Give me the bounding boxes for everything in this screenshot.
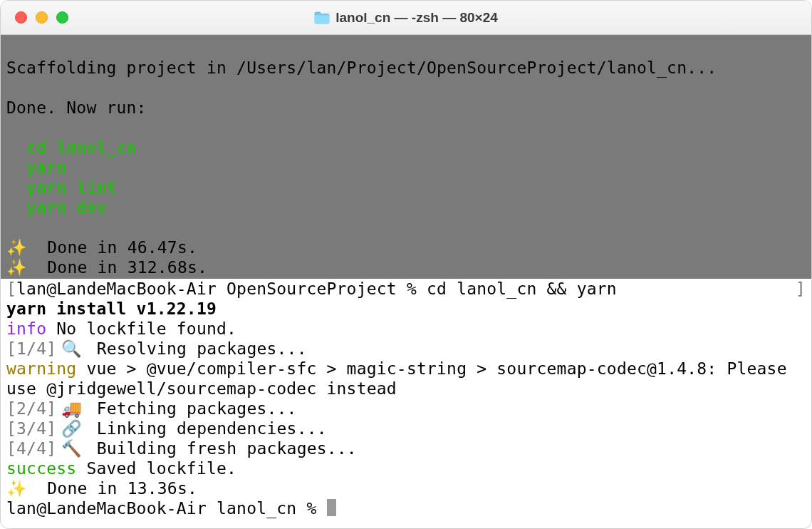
close-button[interactable] — [15, 11, 27, 24]
done-line: ✨ Done in 13.36s. — [6, 478, 806, 498]
yarn-version: yarn install v1.22.19 — [6, 299, 806, 319]
truck-icon: 🚚 — [56, 399, 86, 418]
suggested-command: cd lanol_cn — [6, 138, 806, 158]
output-line: Done. Now run: — [6, 98, 806, 118]
suggested-command: yarn lint — [6, 178, 806, 197]
suggested-command: yarn dev — [6, 197, 806, 217]
link-icon: 🔗 — [56, 419, 86, 438]
minimize-button[interactable] — [36, 11, 48, 24]
output-line: ✨ Done in 312.68s. — [6, 257, 806, 277]
success-line: success Saved lockfile. — [6, 458, 806, 478]
output-line — [6, 78, 806, 98]
cursor — [327, 499, 336, 516]
output-line — [6, 217, 806, 237]
output-line: Scaffolding project in /Users/lan/Projec… — [6, 58, 806, 78]
active-region: [lan@LandeMacBook-Air OpenSourceProject … — [1, 279, 811, 521]
window-title: lanol_cn — -zsh — 80×24 — [314, 10, 498, 26]
step-line: [1/4] 🔍 Resolving packages... — [6, 339, 806, 359]
warning-line: warning vue > @vue/compiler-sfc > magic-… — [6, 359, 806, 399]
folder-icon — [314, 11, 330, 24]
scrollback-region: Scaffolding project in /Users/lan/Projec… — [1, 35, 811, 279]
window-title-text: lanol_cn — -zsh — 80×24 — [335, 10, 498, 26]
prompt-line: [lan@LandeMacBook-Air OpenSourceProject … — [6, 279, 806, 299]
terminal-body[interactable]: Scaffolding project in /Users/lan/Projec… — [1, 35, 811, 528]
info-line: info No lockfile found. — [6, 319, 806, 339]
maximize-button[interactable] — [56, 11, 68, 24]
step-line: [4/4] 🔨 Building fresh packages... — [6, 438, 806, 458]
prompt-line[interactable]: lan@LandeMacBook-Air lanol_cn % — [6, 498, 806, 518]
hammer-icon: 🔨 — [56, 439, 86, 458]
magnifier-icon: 🔍 — [56, 339, 86, 358]
sparkles-icon: ✨ — [6, 238, 27, 257]
window-controls — [1, 11, 68, 24]
titlebar: lanol_cn — -zsh — 80×24 — [1, 1, 811, 35]
output-line: ✨ Done in 46.47s. — [6, 237, 806, 257]
suggested-command: yarn — [6, 158, 806, 178]
terminal-window: lanol_cn — -zsh — 80×24 Scaffolding proj… — [0, 0, 812, 529]
sparkles-icon: ✨ — [6, 258, 27, 277]
step-line: [3/4] 🔗 Linking dependencies... — [6, 418, 806, 438]
step-line: [2/4] 🚚 Fetching packages... — [6, 399, 806, 418]
output-line — [6, 38, 806, 58]
output-line — [6, 118, 806, 138]
sparkles-icon: ✨ — [6, 479, 27, 498]
